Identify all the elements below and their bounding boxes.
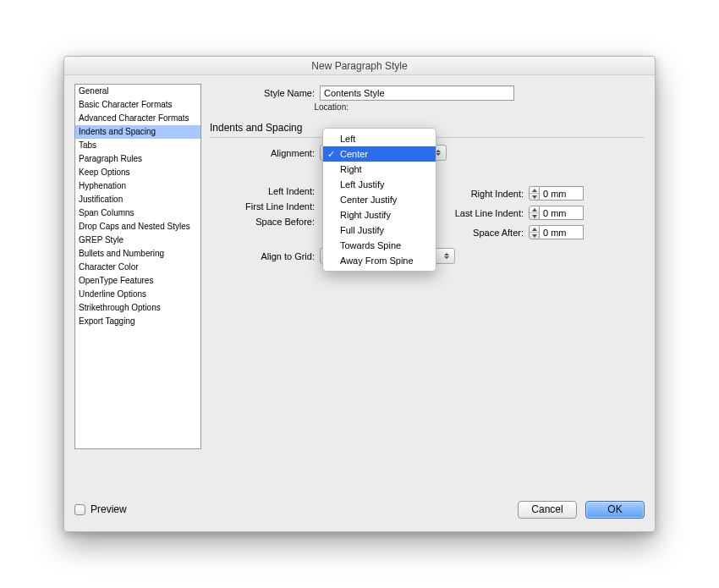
- alignment-option-label: Center: [340, 149, 368, 159]
- space-after-field[interactable]: [529, 225, 584, 239]
- sidebar-item[interactable]: Indents and Spacing: [75, 125, 200, 139]
- sidebar-item[interactable]: Hyphenation: [75, 179, 200, 193]
- alignment-option[interactable]: Right Justify: [323, 207, 436, 223]
- alignment-dropdown[interactable]: Left✓CenterRightLeft JustifyCenter Justi…: [322, 128, 436, 272]
- sidebar-item[interactable]: Underline Options: [75, 288, 200, 301]
- alignment-label: Alignment:: [210, 148, 320, 158]
- alignment-option[interactable]: Right: [323, 162, 436, 177]
- svg-marker-3: [532, 215, 537, 218]
- right-indent-input[interactable]: [540, 186, 584, 201]
- space-after-label: Space After:: [427, 228, 529, 238]
- style-name-label: Style Name:: [210, 88, 320, 98]
- dialog-window: New Paragraph Style GeneralBasic Charact…: [63, 56, 656, 532]
- sidebar-item[interactable]: General: [75, 85, 200, 98]
- alignment-option[interactable]: Towards Spine: [323, 238, 436, 253]
- space-before-label: Space Before:: [210, 217, 320, 227]
- alignment-option-label: Left Justify: [340, 179, 385, 190]
- sidebar-item[interactable]: Keep Options: [75, 166, 200, 179]
- sidebar-item[interactable]: Paragraph Rules: [75, 152, 200, 166]
- left-indent-label: Left Indent:: [210, 186, 320, 196]
- svg-marker-0: [532, 189, 537, 192]
- last-line-indent-input[interactable]: [540, 206, 584, 220]
- alignment-option-label: Center Justify: [340, 195, 397, 205]
- right-indent-field[interactable]: [529, 186, 584, 201]
- alignment-option[interactable]: Full Justify: [323, 223, 436, 238]
- right-indent-label: Right Indent:: [427, 189, 529, 199]
- first-line-indent-label: First Line Indent:: [210, 201, 320, 212]
- last-line-indent-field[interactable]: [529, 206, 584, 220]
- alignment-option-label: Right Justify: [340, 210, 391, 220]
- alignment-option-label: Away From Spine: [340, 256, 414, 266]
- alignment-option-label: Full Justify: [340, 225, 384, 235]
- sidebar-item[interactable]: Strikethrough Options: [75, 301, 200, 315]
- sidebar-item[interactable]: Basic Character Formats: [75, 98, 200, 112]
- check-icon: ✓: [327, 147, 335, 161]
- svg-marker-2: [532, 208, 537, 212]
- window-title: New Paragraph Style: [64, 57, 655, 75]
- chevron-updown-icon: [442, 250, 451, 261]
- stepper-icon[interactable]: [529, 186, 540, 201]
- sidebar-item[interactable]: Span Columns: [75, 206, 200, 220]
- stepper-icon[interactable]: [529, 225, 540, 239]
- alignment-option-label: Right: [340, 164, 362, 174]
- alignment-option[interactable]: ✓Center: [323, 146, 436, 162]
- preview-checkbox[interactable]: [74, 504, 85, 515]
- stepper-icon[interactable]: [529, 206, 540, 220]
- cancel-button[interactable]: Cancel: [518, 501, 577, 519]
- dialog-footer: Preview Cancel OK: [74, 497, 645, 521]
- category-sidebar: GeneralBasic Character FormatsAdvanced C…: [74, 84, 201, 449]
- sidebar-item[interactable]: Tabs: [75, 139, 200, 152]
- alignment-option-label: Towards Spine: [340, 240, 401, 250]
- sidebar-item[interactable]: Drop Caps and Nested Styles: [75, 220, 200, 234]
- sidebar-item[interactable]: Bullets and Numbering: [75, 247, 200, 261]
- main-panel: Style Name: Location: Indents and Spacin…: [210, 84, 645, 481]
- preview-label: Preview: [91, 503, 127, 515]
- sidebar-item[interactable]: GREP Style: [75, 234, 200, 247]
- style-name-input[interactable]: [320, 85, 514, 101]
- location-label: Location:: [210, 102, 354, 112]
- svg-marker-1: [532, 195, 537, 199]
- alignment-option-label: Left: [340, 134, 355, 144]
- alignment-option[interactable]: Left: [323, 131, 436, 146]
- last-line-indent-label: Last Line Indent:: [427, 208, 529, 218]
- alignment-option[interactable]: Left Justify: [323, 177, 436, 192]
- sidebar-item[interactable]: Character Color: [75, 261, 200, 274]
- alignment-option[interactable]: Center Justify: [323, 192, 436, 207]
- space-after-input[interactable]: [540, 225, 584, 239]
- svg-marker-4: [532, 228, 537, 231]
- sidebar-item[interactable]: OpenType Features: [75, 274, 200, 288]
- sidebar-item[interactable]: Advanced Character Formats: [75, 112, 200, 125]
- svg-marker-5: [532, 234, 537, 238]
- ok-button[interactable]: OK: [585, 501, 645, 519]
- sidebar-item[interactable]: Justification: [75, 193, 200, 206]
- sidebar-item[interactable]: Export Tagging: [75, 315, 200, 328]
- alignment-option[interactable]: Away From Spine: [323, 253, 436, 268]
- align-to-grid-label: Align to Grid:: [210, 251, 320, 261]
